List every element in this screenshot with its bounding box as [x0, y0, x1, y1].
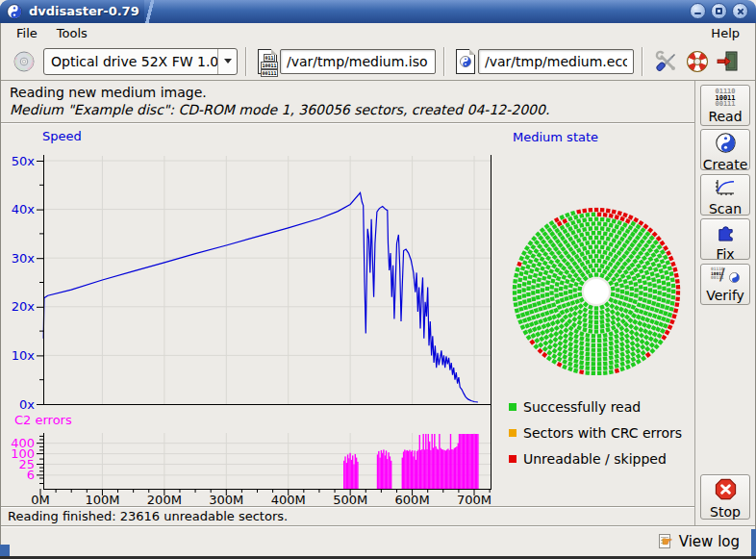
create-button[interactable]: Create [700, 129, 750, 170]
bottom-bar: ☛ View log [0, 525, 756, 556]
legend-swatch-bad [509, 455, 517, 463]
status-area: Reading new medium image. Medium "Exampl… [1, 82, 694, 123]
svg-text:50x: 50x [12, 154, 36, 168]
status-line1: Reading new medium image. [10, 85, 685, 100]
maximize-icon [716, 8, 722, 14]
ecc-file-icon [456, 49, 475, 74]
window-edge-left [0, 23, 1, 559]
scan-label: Scan [709, 201, 742, 216]
svg-text:10x: 10x [12, 348, 36, 363]
maximize-button[interactable] [711, 3, 727, 19]
verify-label: Verify [706, 288, 744, 303]
legend-swatch-good [509, 403, 517, 411]
puzzle-piece-icon [716, 222, 736, 246]
svg-text:40x: 40x [12, 202, 36, 216]
legend-label-good: Successfully read [523, 399, 641, 415]
toolbar: Optical drive 52X FW 1.02 011 10011 0011… [1, 42, 755, 81]
resize-grip-left[interactable] [0, 545, 10, 556]
drive-select-value: Optical drive 52X FW 1.02 [44, 54, 217, 69]
svg-text:C2 errors: C2 errors [14, 413, 72, 427]
svg-text:20x: 20x [12, 299, 36, 314]
status-line2: Medium "Example disc": CD-ROM mode 1, 36… [10, 102, 685, 117]
verify-button[interactable]: 01110 10011 00111 ∕ Verify [700, 264, 750, 305]
menu-file[interactable]: File [7, 25, 47, 41]
toolbar-separator [245, 47, 247, 76]
svg-text:500M: 500M [333, 493, 367, 506]
menubar: File Tools Help [1, 23, 755, 42]
stop-label: Stop [710, 504, 741, 520]
svg-text:600M: 600M [395, 493, 430, 506]
verify-icon: 01110 10011 00111 ∕ [711, 267, 740, 286]
image-file-icon: 011 10011 00111 [258, 49, 277, 74]
app-logo-icon [7, 4, 22, 19]
menu-help[interactable]: Help [701, 25, 749, 41]
medium-legend: Successfully read Sectors with CRC error… [509, 399, 682, 467]
svg-text:30x: 30x [12, 251, 36, 266]
legend-item-crc: Sectors with CRC errors [509, 425, 682, 441]
scan-chart-icon [714, 178, 737, 201]
minimize-icon [694, 13, 701, 14]
crossed-tools-icon [654, 49, 679, 74]
log-icon: ☛ [659, 533, 676, 550]
binary-read-icon: 01110 10011 00111 [715, 89, 735, 108]
exit-door-icon [716, 49, 741, 74]
lifebuoy-icon [685, 49, 710, 74]
svg-text:400: 400 [11, 436, 35, 450]
svg-text:0x: 0x [19, 397, 35, 412]
app-window: dvdisaster-0.79 File Tools Help Optical … [0, 0, 756, 559]
pointer-hand-icon: ☛ [662, 534, 673, 548]
toolbar-separator [443, 47, 445, 76]
scan-button[interactable]: Scan [700, 174, 750, 216]
svg-text:Medium state: Medium state [513, 130, 598, 144]
legend-label-crc: Sectors with CRC errors [523, 425, 682, 441]
read-label: Read [708, 109, 742, 124]
svg-text:300M: 300M [209, 493, 243, 506]
create-label: Create [703, 157, 748, 172]
drive-select[interactable]: Optical drive 52X FW 1.02 [43, 48, 238, 75]
close-button[interactable] [732, 3, 748, 19]
resize-grip-right[interactable] [751, 529, 756, 556]
help-button[interactable] [685, 49, 710, 74]
legend-label-bad: Unreadable / skipped [523, 451, 667, 467]
combo-arrow-icon[interactable] [217, 49, 237, 74]
action-sidebar: 01110 10011 00111 Read Create [694, 81, 755, 525]
toolbar-separator [642, 47, 643, 76]
minimize-button[interactable] [690, 3, 706, 19]
slash-icon: ∕ [719, 265, 725, 284]
titlebar-swoosh [140, 0, 160, 23]
svg-text:Speed: Speed [42, 129, 82, 143]
yin-yang-small-icon [729, 268, 740, 287]
svg-text:700M: 700M [457, 493, 491, 506]
yin-yang-icon [716, 133, 736, 157]
view-log-label: View log [679, 533, 740, 550]
titlebar[interactable]: dvdisaster-0.79 [0, 0, 756, 23]
window-title: dvdisaster-0.79 [29, 4, 139, 18]
read-button[interactable]: 01110 10011 00111 Read [700, 85, 750, 126]
svg-text:0M: 0M [31, 493, 50, 506]
status-bar: Reading finished: 23616 unreadable secto… [0, 506, 694, 525]
stop-button[interactable]: Stop [700, 474, 750, 520]
ecc-file-input[interactable] [478, 49, 634, 74]
preferences-button[interactable] [654, 49, 679, 74]
fix-label: Fix [716, 246, 734, 262]
image-file-input[interactable] [280, 49, 436, 74]
menu-tools[interactable]: Tools [47, 25, 97, 41]
view-log-button[interactable]: ☛ View log [654, 529, 748, 554]
legend-item-good: Successfully read [509, 399, 682, 415]
optical-disc-icon [12, 49, 37, 74]
svg-text:400M: 400M [271, 493, 306, 506]
footer-status-text: Reading finished: 23616 unreadable secto… [8, 509, 288, 523]
stop-octagon-icon [715, 478, 737, 504]
quit-button[interactable] [716, 49, 741, 74]
svg-text:200M: 200M [147, 493, 182, 506]
fix-button[interactable]: Fix [700, 218, 750, 260]
legend-item-bad: Unreadable / skipped [509, 451, 682, 467]
svg-text:100M: 100M [85, 493, 119, 506]
legend-swatch-crc [509, 429, 517, 437]
